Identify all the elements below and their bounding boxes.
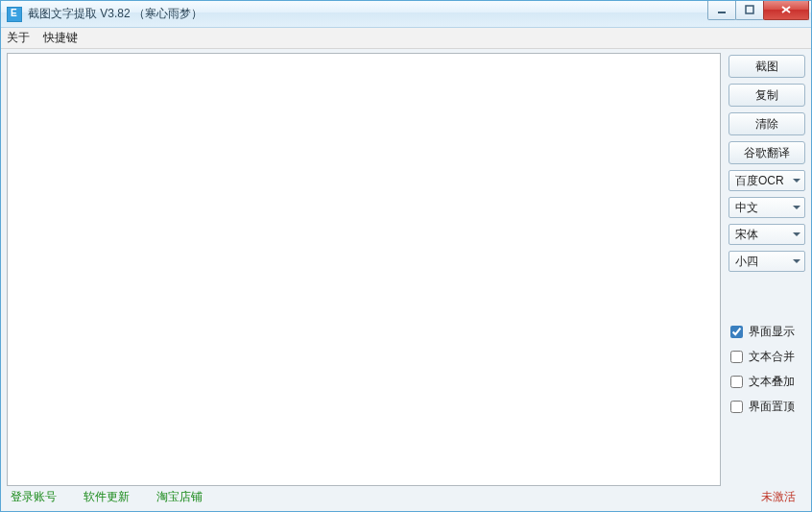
always-on-top-label: 界面置顶 (749, 399, 795, 415)
always-on-top-input[interactable] (730, 401, 743, 413)
close-icon (780, 5, 792, 14)
text-merge-input[interactable] (730, 351, 743, 363)
ocr-engine-value: 百度OCR (735, 173, 784, 189)
close-button[interactable] (763, 1, 809, 20)
copy-button[interactable]: 复制 (728, 84, 805, 107)
google-translate-button[interactable]: 谷歌翻译 (728, 141, 805, 164)
activation-status: 未激活 (761, 489, 796, 505)
minimize-button[interactable] (707, 1, 736, 20)
text-overlay-input[interactable] (730, 376, 743, 388)
ocr-result-textarea[interactable] (8, 54, 720, 485)
textarea-container (7, 53, 721, 486)
chevron-down-icon (793, 232, 800, 236)
always-on-top-checkbox[interactable]: 界面置顶 (728, 397, 805, 416)
text-overlay-checkbox[interactable]: 文本叠加 (728, 372, 805, 391)
menu-hotkey[interactable]: 快捷键 (43, 30, 78, 46)
spacer (728, 278, 805, 316)
chevron-down-icon (793, 179, 800, 183)
app-window: 截图文字提取 V3.82 （寒心雨梦） 关于 快捷键 截图 复制 清除 (0, 0, 812, 512)
chevron-down-icon (793, 206, 800, 209)
side-panel: 截图 复制 清除 谷歌翻译 百度OCR 中文 宋体 小四 (728, 53, 805, 486)
titlebar: 截图文字提取 V3.82 （寒心雨梦） (1, 1, 811, 28)
window-controls (708, 1, 811, 20)
footer: 登录账号 软件更新 淘宝店铺 未激活 (7, 486, 805, 507)
client-area: 截图 复制 清除 谷歌翻译 百度OCR 中文 宋体 小四 (1, 49, 811, 511)
font-size-value: 小四 (735, 254, 758, 270)
app-icon (7, 7, 22, 22)
update-link[interactable]: 软件更新 (84, 489, 130, 505)
ui-display-label: 界面显示 (749, 324, 795, 340)
language-value: 中文 (735, 200, 758, 216)
text-merge-label: 文本合并 (749, 349, 795, 365)
svg-rect-0 (718, 12, 726, 13)
chevron-down-icon (793, 259, 800, 263)
menu-about[interactable]: 关于 (7, 30, 30, 46)
font-family-dropdown[interactable]: 宋体 (728, 224, 805, 245)
screenshot-button[interactable]: 截图 (728, 55, 805, 78)
login-link[interactable]: 登录账号 (11, 489, 57, 505)
main-row: 截图 复制 清除 谷歌翻译 百度OCR 中文 宋体 小四 (7, 53, 805, 486)
clear-button[interactable]: 清除 (728, 112, 805, 135)
language-dropdown[interactable]: 中文 (728, 197, 805, 218)
ocr-engine-dropdown[interactable]: 百度OCR (728, 170, 805, 191)
font-size-dropdown[interactable]: 小四 (728, 251, 805, 272)
taobao-link[interactable]: 淘宝店铺 (156, 489, 203, 505)
text-merge-checkbox[interactable]: 文本合并 (728, 347, 805, 366)
menubar: 关于 快捷键 (1, 28, 811, 49)
text-overlay-label: 文本叠加 (749, 374, 795, 390)
maximize-icon (745, 5, 754, 14)
maximize-button[interactable] (735, 1, 764, 20)
minimize-icon (717, 5, 727, 14)
ui-display-input[interactable] (730, 326, 743, 338)
window-title: 截图文字提取 V3.82 （寒心雨梦） (28, 6, 708, 22)
ui-display-checkbox[interactable]: 界面显示 (728, 322, 805, 341)
font-family-value: 宋体 (735, 227, 758, 243)
svg-rect-1 (746, 6, 753, 13)
